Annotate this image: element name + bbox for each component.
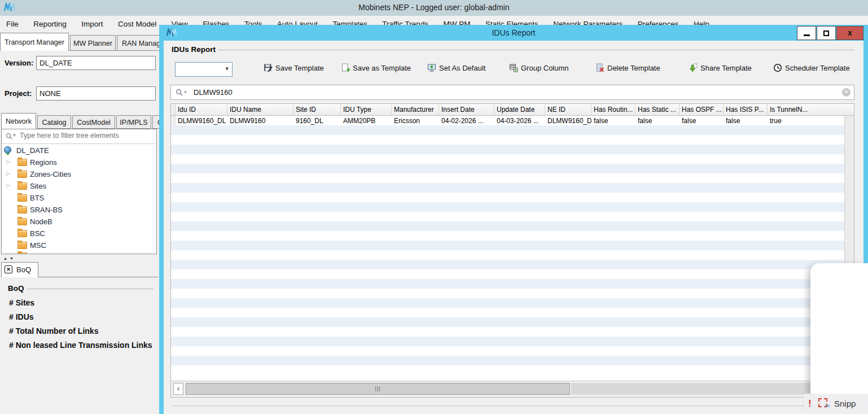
- col-site-id[interactable]: Site ID: [293, 104, 341, 115]
- template-combobox[interactable]: ▾: [175, 62, 233, 77]
- boq-item-idus: # IDUs: [9, 312, 34, 321]
- report-group-title: IDUs Report: [172, 45, 216, 54]
- folder-icon: [17, 159, 27, 166]
- tab-mw-planner[interactable]: MW Planner: [70, 35, 116, 51]
- close-tab-icon[interactable]: ✕: [5, 265, 12, 273]
- tree-tab-costmodel[interactable]: CostModel: [72, 115, 115, 129]
- tab-transport-manager[interactable]: Transport Manager: [0, 33, 69, 51]
- horizontal-scrollbar[interactable]: ‹ |||: [171, 381, 854, 397]
- expand-icon[interactable]: ▷: [6, 171, 10, 176]
- col-manufacturer[interactable]: Manufacturer: [392, 104, 439, 115]
- tree-filter-input[interactable]: [19, 131, 151, 140]
- table-row[interactable]: DLMW9160_DL DLMW9160 9160_DL AMM20PB Eri…: [171, 116, 854, 125]
- col-update-date[interactable]: Update Date: [494, 104, 545, 115]
- project-input[interactable]: [36, 86, 156, 101]
- idus-report-dialog: IDUs Report x IDUs Report ▾ Save Templat…: [159, 25, 868, 414]
- tree-tab-catalog[interactable]: Catalog: [37, 115, 71, 129]
- search-icon: [5, 132, 13, 142]
- close-button[interactable]: x: [836, 26, 863, 40]
- boq-group-title: BoQ: [8, 284, 24, 293]
- tree-tab-ipmpls[interactable]: IP/MPLS: [116, 115, 151, 129]
- scrollbar-thumb[interactable]: |||: [186, 383, 570, 395]
- cell-update-date: 04-03-2026 ...: [494, 116, 545, 125]
- expand-icon[interactable]: ▷: [6, 182, 10, 188]
- cell-has-isis: false: [724, 116, 768, 125]
- scheduler-template-label: Scheduler Template: [785, 64, 850, 72]
- menu-cost-model[interactable]: Cost Model: [112, 16, 163, 33]
- scissors-icon: ✂: [825, 402, 830, 410]
- scrollbar-track[interactable]: [571, 383, 852, 395]
- menu-file[interactable]: File: [0, 16, 25, 33]
- folder-icon: [17, 182, 27, 190]
- folder-icon: [17, 252, 27, 254]
- expand-icon[interactable]: ▷: [6, 159, 10, 164]
- menu-reporting[interactable]: Reporting: [27, 16, 73, 33]
- dialog-content: IDUs Report ▾ Save Template Save as Temp…: [164, 41, 863, 414]
- cell-manufacturer: Ericsson: [392, 116, 439, 125]
- save-template-label: Save Template: [275, 64, 324, 72]
- set-as-default-button[interactable]: Set As Default: [427, 63, 485, 76]
- col-idu-type[interactable]: IDU Type: [341, 104, 392, 115]
- report-search-input[interactable]: [192, 88, 816, 97]
- col-ne-id[interactable]: NE ID: [545, 104, 591, 115]
- cell-has-routing: false: [591, 116, 635, 125]
- tree-item-label: NodeB: [30, 217, 52, 226]
- report-search-row: ▾ ✕: [170, 85, 854, 100]
- tab-ran-manager[interactable]: RAN Manager: [117, 35, 164, 51]
- search-options-chevron-icon[interactable]: ▾: [184, 89, 187, 95]
- panel-splitter[interactable]: ▲▼: [0, 255, 159, 262]
- report-group-rule: [218, 50, 854, 50]
- boq-group-rule: [27, 289, 154, 289]
- chevron-down-icon: ▾: [225, 65, 229, 72]
- col-has-ospf[interactable]: Has OSPF ...: [680, 104, 724, 115]
- col-has-isis[interactable]: Has ISIS P...: [724, 104, 768, 115]
- search-icon: [175, 88, 183, 99]
- maximize-button[interactable]: [817, 26, 836, 40]
- tree-item-label: MSC: [30, 241, 46, 250]
- scheduler-template-button[interactable]: Scheduler Template: [773, 63, 850, 76]
- dialog-titlebar[interactable]: IDUs Report x: [159, 25, 868, 41]
- tree-filter-row: ▾: [2, 129, 156, 144]
- minimize-button[interactable]: [797, 26, 816, 40]
- boq-panel: BoQ # Sites # IDUs # Total Number of Lin…: [1, 277, 158, 414]
- version-input[interactable]: [36, 56, 156, 70]
- save-as-template-icon: [341, 64, 353, 72]
- col-has-routing[interactable]: Has Routin...: [591, 104, 635, 115]
- scroll-left-icon[interactable]: ‹: [173, 383, 183, 395]
- splitter-up-icon[interactable]: ▲: [3, 256, 10, 260]
- tree-tab-network[interactable]: Network: [1, 113, 36, 129]
- snipping-tool-icon[interactable]: ✂: [818, 398, 827, 407]
- main-titlebar: Mobinets NEP - Logged user: global-admin: [0, 0, 868, 16]
- folder-icon: [17, 206, 27, 213]
- group-column-button[interactable]: Group Column: [509, 63, 569, 76]
- col-insert-date[interactable]: Insert Date: [439, 104, 494, 115]
- share-template-button[interactable]: Share Template: [689, 63, 752, 76]
- snipping-overlay-panel: [810, 263, 868, 414]
- search-options-chevron-icon[interactable]: ▾: [13, 132, 16, 138]
- cell-site-id: 9160_DL: [293, 116, 341, 125]
- delete-template-button[interactable]: Delete Template: [595, 63, 660, 76]
- boq-item-sites: # Sites: [9, 298, 34, 307]
- snipping-tool-label[interactable]: Snipp: [834, 399, 856, 408]
- tree-item-label: Zones-Cities: [30, 170, 71, 178]
- clear-search-icon[interactable]: ✕: [842, 88, 851, 97]
- cell-idu-type: AMM20PB: [341, 116, 392, 125]
- col-has-static[interactable]: Has Static ...: [635, 104, 680, 115]
- col-idu-name[interactable]: IDU Name: [227, 104, 293, 115]
- set-as-default-icon: [427, 64, 439, 72]
- dialog-bottom-divider: [172, 406, 856, 406]
- tree-item-label: Regions: [30, 158, 57, 167]
- splitter-down-icon[interactable]: ▼: [10, 256, 16, 260]
- save-as-template-button[interactable]: Save as Template: [341, 63, 411, 76]
- tree-item-label: MGW: [30, 252, 49, 254]
- save-template-button[interactable]: Save Template: [264, 63, 324, 76]
- menu-import[interactable]: Import: [75, 16, 109, 33]
- boq-tab-label: BoQ: [16, 265, 31, 274]
- boq-tab[interactable]: ✕ BoQ: [1, 262, 38, 277]
- tree-item-label: SRAN-BS: [30, 206, 63, 214]
- col-is-tunnel[interactable]: Is TunnelN...: [768, 104, 853, 115]
- boq-item-total-links: # Total Number of Links: [9, 326, 98, 335]
- row-header-cell: [171, 116, 176, 125]
- col-idu-id[interactable]: Idu ID: [176, 104, 227, 115]
- save-as-template-label: Save as Template: [353, 64, 411, 72]
